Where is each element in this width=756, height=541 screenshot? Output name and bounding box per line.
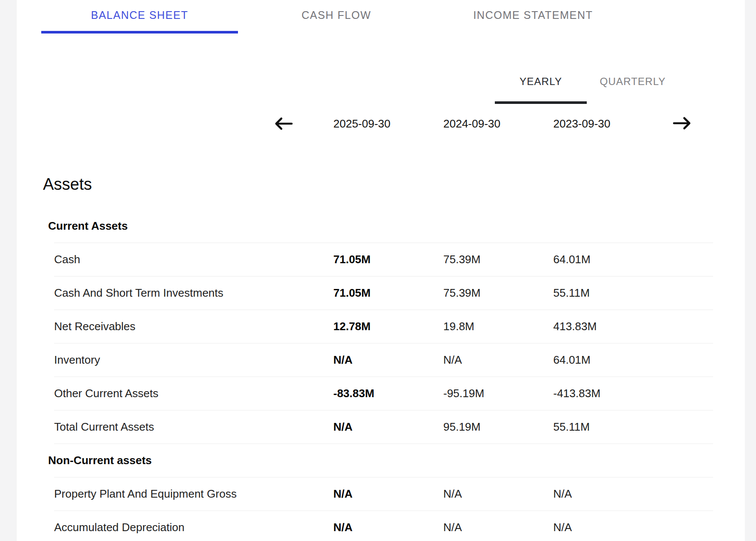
section-header-label: Non-Current assets [48, 454, 152, 467]
row-value: 75.39M [443, 253, 553, 266]
balance-sheet-table: Current AssetsCash71.05M75.39M64.01MCash… [54, 210, 713, 541]
period-toggle: YEARLYQUARTERLY [495, 70, 679, 104]
section-header-label: Current Assets [48, 219, 128, 233]
row-label: Total Current Assets [54, 420, 333, 434]
row-value: N/A [333, 420, 443, 434]
row-value: -413.83M [553, 387, 663, 400]
tab-balance-sheet[interactable]: BALANCE SHEET [41, 0, 238, 33]
row-value: 64.01M [553, 253, 663, 266]
table-row-total-current-assets: Total Current AssetsN/A95.19M55.11M [54, 410, 713, 444]
row-label: Other Current Assets [54, 387, 333, 400]
right-edge-gutter [745, 0, 756, 541]
date-column-header: 2023-09-30 [553, 117, 663, 131]
row-value: 12.78M [333, 320, 443, 333]
row-value: 64.01M [553, 353, 663, 367]
row-value: N/A [553, 487, 663, 501]
row-value: 413.83M [553, 320, 663, 333]
table-row-cash-and-short-term-investments: Cash And Short Term Investments71.05M75.… [54, 277, 713, 310]
row-label: Net Receivables [54, 320, 333, 333]
period-tab-quarterly[interactable]: QUARTERLY [587, 70, 679, 104]
row-value: N/A [443, 353, 553, 367]
row-value: N/A [333, 487, 443, 501]
row-value: N/A [443, 487, 553, 501]
table-row-net-receivables: Net Receivables12.78M19.8M413.83M [54, 310, 713, 343]
table-row-other-current-assets: Other Current Assets-83.83M-95.19M-413.8… [54, 377, 713, 410]
page-title: Assets [43, 174, 92, 194]
row-value: -83.83M [333, 387, 443, 400]
table-row-property-plant-and-equipment-gross: Property Plant And Equipment GrossN/AN/A… [54, 477, 713, 511]
left-edge-gutter [0, 0, 17, 541]
table-row-accumulated-depreciation: Accumulated DepreciationN/AN/AN/A [54, 511, 713, 541]
row-label: Property Plant And Equipment Gross [54, 487, 333, 501]
row-value: N/A [333, 353, 443, 367]
row-value: -95.19M [443, 387, 553, 400]
row-value: 71.05M [333, 286, 443, 300]
balance-sheet-page: BALANCE SHEETCASH FLOWINCOME STATEMENT Y… [0, 0, 756, 541]
row-label: Cash [54, 253, 333, 266]
row-label: Accumulated Depreciation [54, 521, 333, 534]
date-column-header: 2025-09-30 [333, 117, 443, 131]
row-label: Inventory [54, 353, 333, 367]
row-label: Cash And Short Term Investments [54, 286, 333, 300]
row-value: N/A [553, 521, 663, 534]
statement-tabs: BALANCE SHEETCASH FLOWINCOME STATEMENT [41, 0, 631, 33]
date-column-header: 2024-09-30 [443, 117, 553, 131]
row-value: 19.8M [443, 320, 553, 333]
row-value: N/A [333, 521, 443, 534]
tab-income-statement[interactable]: INCOME STATEMENT [435, 0, 631, 33]
table-row-cash: Cash71.05M75.39M64.01M [54, 243, 713, 277]
row-value: 75.39M [443, 286, 553, 300]
table-row-inventory: InventoryN/AN/A64.01M [54, 343, 713, 377]
row-value: 95.19M [443, 420, 553, 434]
section-header-current-assets: Current Assets [54, 210, 713, 243]
period-tab-yearly[interactable]: YEARLY [495, 70, 587, 104]
row-value: 55.11M [553, 420, 663, 434]
next-period-arrow-icon[interactable] [673, 115, 692, 131]
date-header-row: 2025-09-302024-09-302023-09-30 [54, 112, 713, 136]
row-value: N/A [443, 521, 553, 534]
row-value: 71.05M [333, 253, 443, 266]
previous-period-arrow-icon[interactable] [273, 115, 293, 132]
tab-cash-flow[interactable]: CASH FLOW [238, 0, 435, 33]
section-header-non-current-assets: Non-Current assets [54, 444, 713, 477]
row-value: 55.11M [553, 286, 663, 300]
